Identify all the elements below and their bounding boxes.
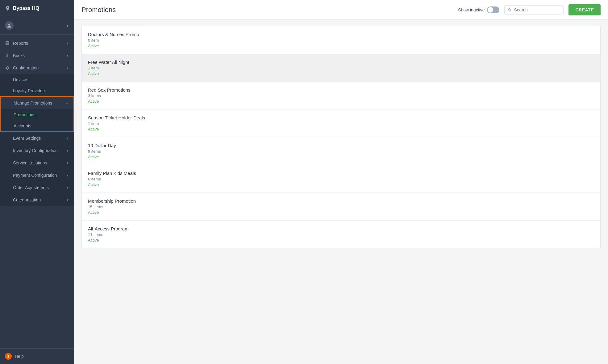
promo-name: Season Ticket Holder Deals [88,115,594,120]
inventory-config-label: Inventory Configuration [13,148,58,153]
promo-status: Active [88,238,594,242]
configuration-chevron-icon: ▲ [66,66,69,70]
promo-count: 3 items [88,93,594,98]
sidebar-item-service-locations[interactable]: Service Locations ▼ [0,157,74,169]
table-row[interactable]: Season Ticket Holder Deals 1 item Active [82,110,600,137]
sidebar: Bypass HQ ▼ Reports ▼ [0,0,74,364]
main-content-area: Promotions Show inactive CREATE Doctors … [74,0,608,364]
promotions-label: Promotions [14,112,35,117]
manage-promotions-chevron-icon: ▲ [65,101,69,105]
bucks-chevron-icon: ▼ [66,54,69,57]
promo-name: All-Access Program [88,226,594,231]
bucks-label: Bucks [13,53,25,58]
show-inactive-toggle[interactable] [487,6,499,13]
bucks-icon [5,53,10,58]
promo-count: 1 item [88,121,594,126]
sidebar-item-event-settings[interactable]: Event Settings ▼ [0,132,74,144]
inventory-config-chevron-icon: ▼ [66,149,69,152]
accounts-label: Accounts [14,123,31,128]
page-header: Promotions Show inactive CREATE [74,0,608,20]
promo-count: 11 items [88,232,594,237]
sidebar-item-promotions[interactable]: Promotions [1,109,73,120]
service-locations-label: Service Locations [13,160,47,165]
location-pin-icon [5,6,10,11]
promo-name: Free Water All Night [88,60,594,65]
order-adjustments-label: Order Adjustments [13,185,49,190]
search-container [504,5,564,14]
promo-count: 1 item [88,66,594,70]
avatar [5,21,14,30]
promo-name: Doctors & Nurses Promo [88,32,594,37]
promo-name: Red Sox Promotions [88,87,594,93]
promo-name: Membership Promotion [88,198,594,204]
sidebar-item-order-adjustments[interactable]: Order Adjustments ▼ [0,181,74,194]
table-row[interactable]: Family Plan Kids Meals 6 items Active [82,165,600,193]
promo-status: Active [88,182,594,187]
header-controls: Show inactive CREATE [458,4,601,15]
table-row[interactable]: Doctors & Nurses Promo 0 item Active [82,26,600,54]
configuration-label: Configuration [13,65,39,70]
user-menu[interactable]: ▼ [0,17,74,35]
table-row[interactable]: Red Sox Promotions 3 items Active [82,82,600,110]
app-logo[interactable]: Bypass HQ [0,0,74,17]
event-settings-chevron-icon: ▼ [66,137,69,140]
promo-count: 0 item [88,38,594,43]
sidebar-item-accounts[interactable]: Accounts [1,120,73,131]
manage-promotions-label: Manage Promotions [14,101,52,105]
sidebar-item-configuration[interactable]: Configuration ▲ [0,62,74,74]
help-badge: 1 [5,353,12,360]
event-settings-label: Event Settings [13,136,41,141]
payment-config-chevron-icon: ▼ [66,174,69,177]
help-label: Help [15,354,24,359]
promotions-content: Doctors & Nurses Promo 0 item Active Fre… [74,20,608,364]
promo-count: 9 items [88,149,594,154]
sidebar-item-devices[interactable]: Devices [0,74,74,85]
service-locations-chevron-icon: ▼ [66,161,69,165]
table-row[interactable]: 10 Dollar Day 9 items Active [82,137,600,165]
search-icon [508,8,512,12]
promo-count: 6 items [88,177,594,181]
show-inactive-label: Show inactive [458,7,485,12]
promo-name: 10 Dollar Day [88,143,594,148]
promotions-list: Doctors & Nurses Promo 0 item Active Fre… [81,26,601,248]
table-row[interactable]: Free Water All Night 1 item Active [82,54,600,82]
sidebar-item-bucks[interactable]: Bucks ▼ [0,49,74,62]
search-input[interactable] [514,7,560,12]
app-name: Bypass HQ [13,6,39,11]
promo-status: Active [88,71,594,76]
sidebar-item-payment-config[interactable]: Payment Configuration ▼ [0,169,74,181]
sidebar-item-categorization[interactable]: Categorization ▼ [0,194,74,206]
configuration-icon [5,65,10,70]
reports-chevron-icon: ▼ [66,42,69,45]
show-inactive-control: Show inactive [458,6,499,13]
nav-menu: Reports ▼ Bucks ▼ Configuration ▲ [0,35,74,348]
categorization-chevron-icon: ▼ [66,198,69,202]
devices-label: Devices [13,77,28,82]
promo-count: 15 items [88,205,594,209]
payment-config-label: Payment Configuration [13,173,57,178]
order-adjustments-chevron-icon: ▼ [66,186,69,189]
promo-status: Active [88,127,594,131]
sidebar-item-inventory-config[interactable]: Inventory Configuration ▼ [0,144,74,157]
promo-status: Active [88,99,594,104]
sidebar-item-help[interactable]: 1 Help [0,348,74,364]
sidebar-item-reports[interactable]: Reports ▼ [0,37,74,49]
promo-name: Family Plan Kids Meals [88,171,594,176]
sidebar-item-loyalty-providers[interactable]: Loyalty Providers [0,85,74,96]
promo-status: Active [88,43,594,48]
user-chevron-icon: ▼ [66,24,69,27]
manage-promotions-section: Manage Promotions ▲ Promotions Accounts [0,96,74,132]
categorization-label: Categorization [13,197,41,202]
promo-status: Active [88,210,594,215]
sidebar-item-manage-promotions[interactable]: Manage Promotions ▲ [1,97,73,109]
reports-label: Reports [13,41,28,46]
promo-status: Active [88,155,594,159]
loyalty-providers-label: Loyalty Providers [13,88,46,93]
page-title: Promotions [81,6,116,14]
reports-icon [5,41,10,46]
create-button[interactable]: CREATE [568,4,601,15]
table-row[interactable]: All-Access Program 11 items Active [82,221,600,248]
table-row[interactable]: Membership Promotion 15 items Active [82,193,600,221]
